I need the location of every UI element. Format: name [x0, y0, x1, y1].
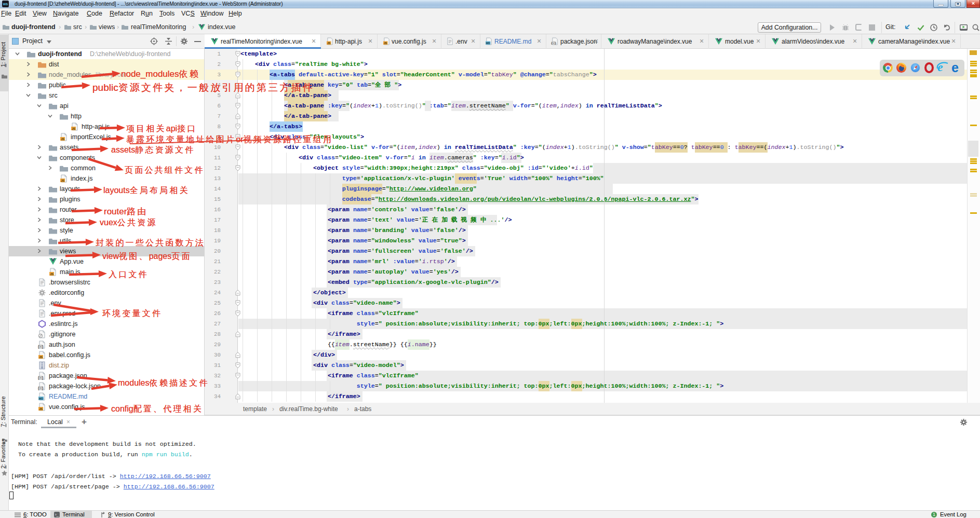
svg-text:{·}: {·} — [38, 345, 44, 349]
svg-text:MD: MD — [486, 42, 490, 45]
svg-text:{·}: {·} — [38, 376, 44, 380]
svg-text:{·}: {·} — [551, 42, 557, 45]
svg-text:JS: JS — [50, 272, 53, 276]
svg-text:JS: JS — [72, 127, 75, 130]
svg-text:MD: MD — [39, 397, 44, 400]
svg-text:JS: JS — [61, 138, 64, 141]
svg-text:JS: JS — [384, 42, 387, 45]
svg-text:JS: JS — [39, 407, 43, 411]
svg-text:JS: JS — [39, 356, 43, 359]
svg-text:JS: JS — [327, 42, 331, 45]
svg-text:{·}: {·} — [38, 387, 44, 390]
svg-text:JS: JS — [61, 179, 64, 182]
